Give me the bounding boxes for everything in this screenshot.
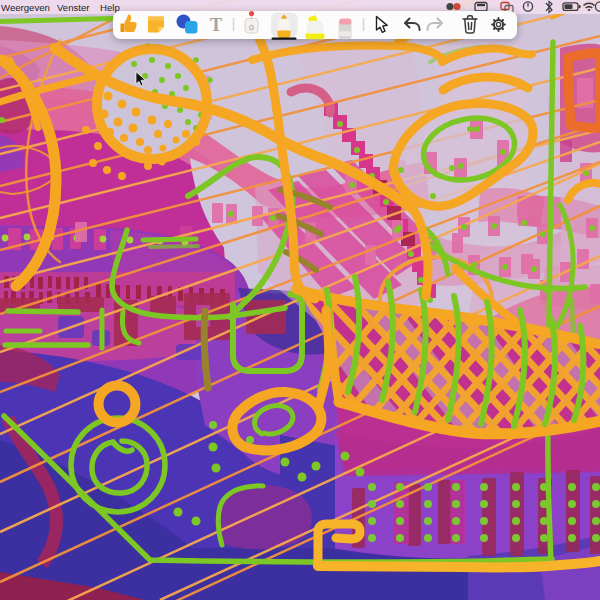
svg-text:Weergeven: Weergeven	[1, 2, 50, 13]
svg-text:T: T	[210, 15, 222, 35]
svg-text:Venster: Venster	[57, 2, 90, 13]
svg-text:Help: Help	[100, 2, 120, 13]
